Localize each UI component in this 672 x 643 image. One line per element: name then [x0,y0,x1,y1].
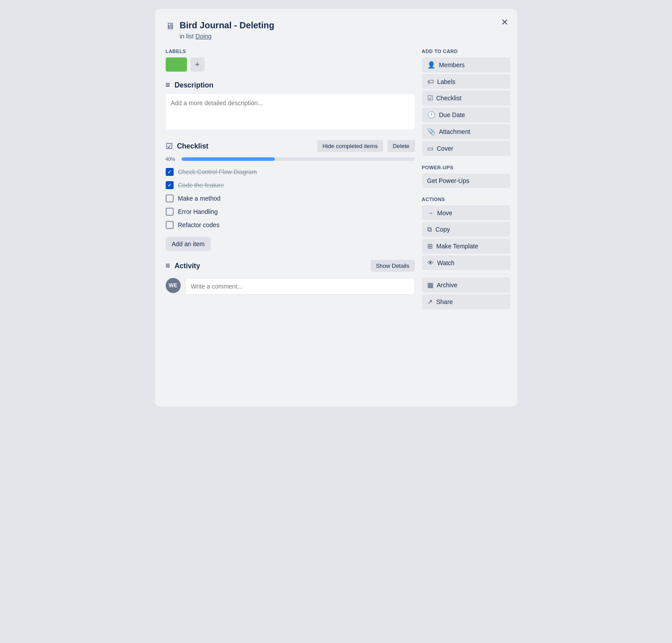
share-button[interactable]: ↗ Share [422,294,510,309]
sidebar-divider [422,274,510,274]
comment-input[interactable] [185,278,415,295]
archive-label: Archive [437,282,458,289]
move-label: Move [437,209,452,217]
watch-button[interactable]: 👁 Watch [422,255,510,270]
checkbox-5[interactable] [166,221,174,229]
progress-bar-fill [182,157,275,161]
item-text-2: Code the feature [178,182,224,189]
modal-body: LABELS + ≡ Description ☑ Checklist [166,49,510,318]
item-text-5: Refactor codes [178,221,220,228]
labels-section: LABELS + [166,49,415,72]
card-title: Bird Journal - Deleting [180,19,274,31]
make-template-label: Make Template [437,243,478,250]
item-text-1: Check Control Flow Diagram [178,168,257,175]
sidebar: ADD TO CARD 👤 Members 🏷 Labels ☑ Checkli… [422,49,510,318]
due-date-label: Due Date [439,111,465,118]
members-label: Members [439,61,465,68]
checklist-header: ☑ Checklist Hide completed items Delete [166,140,415,152]
progress-bar-background [182,157,415,161]
watch-label: Watch [437,259,455,266]
close-button[interactable]: ✕ [499,16,510,28]
checklist-btn-label: Checklist [437,95,462,102]
card-list-line: in list Doing [180,33,274,40]
description-input[interactable] [166,94,415,129]
checklist-icon: ☑ [166,141,173,151]
attachment-label: Attachment [439,128,471,135]
checkbox-1[interactable] [166,168,174,176]
actions-label: ACTIONS [422,197,510,202]
move-icon: → [427,209,434,217]
share-icon: ↗ [427,298,433,306]
share-label: Share [437,298,453,305]
show-details-button[interactable]: Show Details [371,260,415,272]
labels-row: + [166,57,415,72]
item-text-4: Error Handling [178,208,218,215]
checklist-title: Checklist [177,142,313,150]
main-content: LABELS + ≡ Description ☑ Checklist [166,49,415,318]
header-text: Bird Journal - Deleting in list Doing [180,19,274,40]
checklist-button[interactable]: ☑ Checklist [422,91,510,106]
labels-icon: 🏷 [427,78,434,85]
checkbox-3[interactable] [166,194,174,202]
desc-title: Description [175,81,213,89]
checkbox-2[interactable] [166,181,174,189]
power-ups-section: POWER-UPS Get Power-Ups [422,165,510,188]
list-link[interactable]: Doing [195,33,212,40]
delete-checklist-button[interactable]: Delete [387,140,415,152]
activity-section: ≡ Activity Show Details WE [166,260,415,295]
checklist-section: ☑ Checklist Hide completed items Delete … [166,140,415,251]
members-icon: 👤 [427,61,436,69]
add-item-button[interactable]: Add an item [166,237,211,251]
copy-button[interactable]: ⧉ Copy [422,222,510,237]
item-text-3: Make a method [178,195,221,202]
checklist-item: Refactor codes [166,219,415,231]
label-chip-green[interactable] [166,57,187,72]
checklist-items: Check Control Flow Diagram Code the feat… [166,166,415,231]
move-button[interactable]: → Move [422,205,510,220]
labels-label: Labels [437,78,456,85]
activity-header: ≡ Activity Show Details [166,260,415,272]
hide-completed-button[interactable]: Hide completed items [317,140,383,152]
power-ups-label: POWER-UPS [422,165,510,170]
archive-icon: ▦ [427,281,433,289]
attachment-button[interactable]: 📎 Attachment [422,124,510,139]
add-label-button[interactable]: + [190,57,205,72]
card-modal: ✕ 🖥 Bird Journal - Deleting in list Doin… [155,9,517,407]
get-power-ups-button[interactable]: Get Power-Ups [422,174,510,188]
add-to-card-section: ADD TO CARD 👤 Members 🏷 Labels ☑ Checkli… [422,49,510,156]
card-icon: 🖥 [166,21,175,31]
copy-icon: ⧉ [427,225,432,233]
due-date-button[interactable]: 🕐 Due Date [422,107,510,122]
checklist-item: Error Handling [166,206,415,217]
members-button[interactable]: 👤 Members [422,57,510,72]
checkbox-4[interactable] [166,208,174,216]
labels-button[interactable]: 🏷 Labels [422,74,510,89]
cover-button[interactable]: ▭ Cover [422,141,510,156]
make-template-button[interactable]: ⊞ Make Template [422,239,510,254]
checklist-item: Make a method [166,193,415,204]
get-power-ups-label: Get Power-Ups [427,177,470,184]
archive-button[interactable]: ▦ Archive [422,278,510,293]
cover-label: Cover [437,145,453,152]
watch-icon: 👁 [427,259,434,266]
progress-percent: 40% [166,156,178,162]
checklist-item: Check Control Flow Diagram [166,166,415,178]
cover-icon: ▭ [427,145,433,152]
description-section: ≡ Description [166,80,415,131]
checklist-item: Code the feature [166,179,415,191]
activity-title: Activity [175,262,366,270]
desc-header: ≡ Description [166,80,415,90]
actions-section: ACTIONS → Move ⧉ Copy ⊞ Make Template 👁 … [422,197,510,309]
description-icon: ≡ [166,80,171,90]
in-list-label: in list [180,33,194,40]
copy-label: Copy [436,226,450,233]
progress-row: 40% [166,156,415,162]
attachment-icon: 📎 [427,128,436,136]
labels-heading: LABELS [166,49,415,54]
add-to-card-label: ADD TO CARD [422,49,510,54]
due-date-icon: 🕐 [427,111,436,119]
make-template-icon: ⊞ [427,242,433,250]
comment-row: WE [166,278,415,295]
checklist-btn-icon: ☑ [427,94,433,102]
activity-icon: ≡ [166,261,171,270]
